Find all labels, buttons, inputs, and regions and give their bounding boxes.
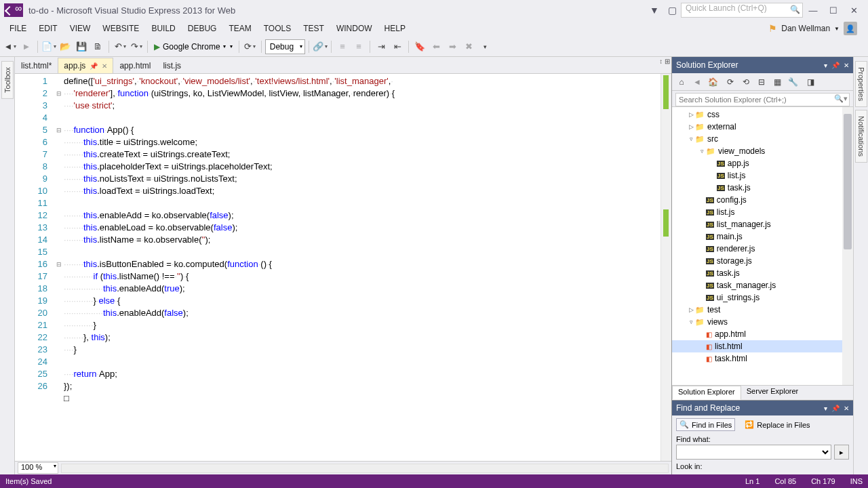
tab-solution-explorer[interactable]: Solution Explorer (672, 386, 741, 400)
tree-item[interactable]: JSapp.js (672, 157, 853, 169)
refresh-button[interactable]: ⟳ (243, 39, 258, 54)
save-button[interactable]: 💾 (74, 39, 89, 54)
fold-column[interactable]: ⊟⊟⊟ (54, 74, 64, 461)
menu-debug[interactable]: DEBUG (182, 22, 222, 35)
undo-button[interactable]: ↶ (113, 39, 127, 54)
menu-team[interactable]: TEAM (223, 22, 256, 35)
toolbox-tab[interactable]: Toolbox (1, 61, 14, 99)
tree-item[interactable]: ▷📁test (672, 304, 853, 316)
panel-pin-icon[interactable]: 📌 (831, 62, 840, 69)
notifications-icon[interactable]: ▢ (663, 1, 681, 19)
tree-item[interactable]: ◧list.html (672, 340, 853, 352)
tree-item[interactable]: JStask.js (672, 182, 853, 194)
save-all-button[interactable]: 🗎 (90, 39, 105, 54)
panel-pin-icon[interactable]: 📌 (831, 405, 840, 412)
replace-in-files-mode[interactable]: 🔁 Replace in Files (742, 418, 812, 431)
se-properties-button[interactable]: 🔧 (786, 75, 800, 89)
properties-tab[interactable]: Properties (855, 61, 867, 107)
uncomment-button[interactable]: ≡ (351, 39, 366, 54)
code-content[interactable]: define(['ui_strings',·'knockout',·'view_… (64, 74, 671, 461)
tree-item[interactable]: JSstorage.js (672, 255, 853, 267)
menu-test[interactable]: TEST (298, 22, 330, 35)
tree-item[interactable]: ▷📁external (672, 121, 853, 133)
se-collapse-all-button[interactable]: ⊟ (755, 75, 768, 89)
tree-item[interactable]: ◧app.html (672, 328, 853, 340)
minimize-button[interactable]: — (803, 3, 823, 18)
menu-tools[interactable]: TOOLS (258, 22, 296, 35)
browser-link-button[interactable]: 🔗 (313, 39, 328, 54)
tree-item[interactable]: JSui_strings.js (672, 291, 853, 304)
tab-list-js[interactable]: list.js (157, 58, 187, 73)
pin-icon[interactable]: 📌 (90, 62, 98, 70)
se-preview-button[interactable]: ◨ (804, 75, 817, 89)
split-editor-icon[interactable]: ↕ ⊞ (659, 58, 670, 65)
bookmark-button[interactable]: 🔖 (412, 39, 427, 54)
se-search-input[interactable] (675, 93, 850, 106)
se-home-button[interactable]: ⌂ (675, 75, 688, 89)
scrollbar-horizontal[interactable] (61, 464, 669, 473)
tree-item[interactable]: JStask.js (672, 267, 853, 279)
tree-item[interactable]: ▿📁src (672, 133, 853, 145)
menu-build[interactable]: BUILD (146, 22, 180, 35)
avatar[interactable]: 👤 (844, 22, 857, 35)
panel-close-icon[interactable]: ✕ (844, 62, 849, 69)
tree-item[interactable]: JStask_manager.js (672, 279, 853, 291)
maximize-button[interactable]: ☐ (823, 3, 844, 18)
open-file-button[interactable]: 📂 (58, 39, 73, 54)
nav-forward-button[interactable]: ► (19, 39, 34, 54)
tree-item[interactable]: JSlist.js (672, 169, 853, 182)
prev-bookmark-button[interactable]: ⬅ (429, 39, 443, 54)
se-collapse-button[interactable]: 🏠 (706, 75, 719, 89)
menu-help[interactable]: HELP (379, 22, 411, 35)
close-tab-icon[interactable]: ✕ (102, 62, 107, 70)
new-project-button[interactable]: 📄 (41, 39, 56, 54)
find-expr-button[interactable]: ▸ (834, 445, 849, 460)
tree-item[interactable]: ▿📁view_models (672, 145, 853, 157)
comment-button[interactable]: ≡ (335, 39, 350, 54)
find-what-input[interactable] (676, 445, 831, 460)
close-button[interactable]: ✕ (844, 3, 864, 18)
zoom-combo[interactable]: 100 % (18, 462, 58, 474)
config-combo[interactable]: Debug (265, 39, 305, 54)
se-sync-button[interactable]: ⟳ (724, 75, 737, 89)
redo-button[interactable]: ↷ (129, 39, 144, 54)
run-browser-selector[interactable]: ▶ Google Chrome ▾ ▾ (151, 42, 235, 52)
panel-close-icon[interactable]: ✕ (844, 405, 849, 412)
tree-item[interactable]: JSlist_manager.js (672, 218, 853, 230)
code-editor[interactable]: 1234567891011121314151617181920212223242… (15, 74, 671, 461)
toolbar-overflow-button[interactable]: ▾ (477, 39, 492, 54)
quick-launch-input[interactable]: Quick Launch (Ctrl+Q) 🔍 (681, 3, 803, 18)
tree-item[interactable]: JSrenderer.js (672, 243, 853, 255)
tree-item[interactable]: ◧task.html (672, 352, 853, 365)
menu-window[interactable]: WINDOW (331, 22, 378, 35)
user-area[interactable]: ⚑ Dan Wellman ▼ 👤 (768, 22, 864, 35)
tree-item[interactable]: ▿📁views (672, 316, 853, 328)
se-show-all-button[interactable]: ▦ (770, 75, 784, 89)
find-in-files-mode[interactable]: 🔍 Find in Files (676, 418, 735, 431)
menu-file[interactable]: FILE (4, 22, 32, 35)
tree-item[interactable]: ▷📁css (672, 108, 853, 121)
tree-item[interactable]: JSmain.js (672, 230, 853, 243)
notification-flag-icon[interactable]: ⚑ (768, 23, 777, 34)
se-back-button[interactable]: ◄ (690, 75, 704, 89)
scrollbar-vertical[interactable] (660, 74, 671, 461)
menu-edit[interactable]: EDIT (33, 22, 62, 35)
notifications-tab[interactable]: Notifications (855, 110, 867, 163)
menu-website[interactable]: WEBSITE (97, 22, 144, 35)
outdent-button[interactable]: ⇤ (390, 39, 405, 54)
tree-scrollbar[interactable] (842, 107, 853, 385)
tab-server-explorer[interactable]: Server Explorer (741, 386, 804, 400)
panel-menu-icon[interactable]: ▾ (824, 62, 827, 69)
next-bookmark-button[interactable]: ➡ (445, 39, 460, 54)
tab-app-html[interactable]: app.html (113, 58, 157, 73)
tree-item[interactable]: JSconfig.js (672, 194, 853, 206)
nav-back-button[interactable]: ◄ (3, 39, 18, 54)
tree-item[interactable]: JSlist.js (672, 206, 853, 218)
indent-button[interactable]: ⇥ (374, 39, 389, 54)
tab-list-html[interactable]: list.html* (15, 58, 58, 73)
se-refresh-button[interactable]: ⟲ (739, 75, 753, 89)
clear-bookmarks-button[interactable]: ✖ (461, 39, 476, 54)
feedback-icon[interactable]: ▼ (646, 1, 663, 19)
menu-view[interactable]: VIEW (64, 22, 96, 35)
solution-tree[interactable]: ▷📁css▷📁external▿📁src▿📁view_modelsJSapp.j… (672, 107, 853, 385)
